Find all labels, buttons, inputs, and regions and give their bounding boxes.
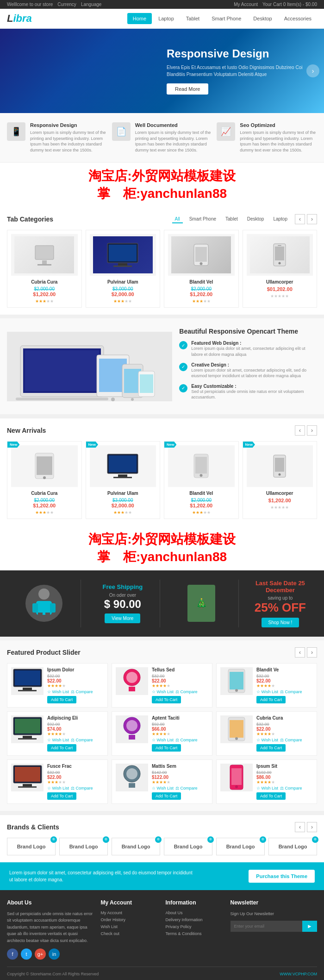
tab-next-arrow[interactable]: › bbox=[307, 214, 317, 224]
svg-rect-67 bbox=[23, 784, 32, 786]
footer-link-my-account[interactable]: My Account bbox=[101, 910, 159, 915]
nav-tablet[interactable]: Tablet bbox=[181, 13, 205, 24]
footer-link-privacy[interactable]: Privacy Policy bbox=[166, 924, 224, 929]
brand-3[interactable]: Brand Logo ® bbox=[112, 838, 160, 855]
wish-list-link-8[interactable]: ☆ Wish List bbox=[152, 786, 174, 790]
brand-6[interactable]: Brand Logo ® bbox=[268, 838, 317, 855]
language-link[interactable]: Language bbox=[81, 2, 102, 7]
brand-logo-1: Brand Logo bbox=[17, 844, 46, 849]
svg-rect-48 bbox=[18, 690, 37, 691]
nav-desktop[interactable]: Desktop bbox=[248, 13, 277, 24]
brands-arrows: ‹ › bbox=[295, 822, 317, 832]
svg-point-12 bbox=[279, 262, 281, 265]
footer-link-order-history[interactable]: Order History bbox=[101, 917, 159, 922]
compare-link-3[interactable]: ⚖ Compare bbox=[280, 689, 302, 694]
brand-2[interactable]: Brand Logo ® bbox=[59, 838, 108, 855]
compare-link-4[interactable]: ⚖ Compare bbox=[71, 738, 93, 742]
featured-img-4 bbox=[11, 715, 44, 743]
featured-next[interactable]: › bbox=[307, 647, 317, 658]
new-arrivals-next[interactable]: › bbox=[307, 425, 317, 436]
featured-prev[interactable]: ‹ bbox=[295, 647, 305, 658]
wish-list-link-4[interactable]: ☆ Wish List bbox=[47, 738, 69, 742]
filter-smartphone[interactable]: Smart Phone bbox=[187, 215, 219, 223]
filter-all[interactable]: All bbox=[172, 215, 183, 223]
add-to-cart-8[interactable]: Add To Cart bbox=[152, 792, 181, 800]
wish-list-link-2[interactable]: ☆ Wish List bbox=[152, 689, 174, 694]
filter-desktop[interactable]: Desktop bbox=[244, 215, 267, 223]
brands-title: Brands & Clients bbox=[7, 823, 59, 831]
new-badge-3: New bbox=[164, 442, 176, 448]
hero-read-more-button[interactable]: Read More bbox=[167, 83, 208, 95]
svg-rect-56 bbox=[15, 719, 40, 733]
add-to-cart-5[interactable]: Add To Cart bbox=[152, 744, 181, 752]
footer-link-about[interactable]: About Us bbox=[166, 910, 224, 915]
wish-list-link-9[interactable]: ☆ Wish List bbox=[256, 786, 278, 790]
twitter-icon[interactable]: t bbox=[21, 948, 32, 960]
wish-list-link-3[interactable]: ☆ Wish List bbox=[256, 689, 278, 694]
featured-info-7: Fusce Frac $32.00 $22.00 ★★★★★ ☆ Wish Li… bbox=[47, 764, 104, 800]
features-section: 📱 Responsive Design Lorem Ipsum is simpl… bbox=[0, 113, 324, 163]
filter-laptop[interactable]: Laptop bbox=[270, 215, 290, 223]
account-link[interactable]: My Account bbox=[234, 2, 258, 7]
logo[interactable]: Libra bbox=[7, 13, 32, 25]
add-to-cart-4[interactable]: Add To Cart bbox=[47, 744, 76, 752]
svg-rect-53 bbox=[230, 672, 243, 689]
facebook-icon[interactable]: f bbox=[7, 948, 18, 960]
featured-name-4: Adipiscing Eli bbox=[47, 715, 104, 721]
add-to-cart-6[interactable]: Add To Cart bbox=[256, 744, 286, 752]
add-to-cart-2[interactable]: Add To Cart bbox=[152, 696, 181, 703]
add-to-cart-3[interactable]: Add To Cart bbox=[256, 696, 286, 703]
footer-link-wish-list[interactable]: Wish List bbox=[101, 924, 159, 929]
brands-prev[interactable]: ‹ bbox=[295, 822, 305, 832]
tab-prev-arrow[interactable]: ‹ bbox=[295, 214, 305, 224]
free-shipping-subtitle: On oder over bbox=[109, 593, 136, 598]
currency-link[interactable]: Currency bbox=[57, 2, 76, 7]
nav-accessories[interactable]: Accessories bbox=[279, 13, 317, 24]
wish-list-link-5[interactable]: ☆ Wish List bbox=[152, 738, 174, 742]
cart-link[interactable]: Your Cart 0 Item(s) - $0.00 bbox=[262, 2, 317, 7]
new-product-price-1: $1,202.00 bbox=[11, 503, 78, 508]
wish-list-link-6[interactable]: ☆ Wish List bbox=[256, 738, 278, 742]
add-to-cart-9[interactable]: Add To Cart bbox=[256, 792, 286, 800]
filter-tablet[interactable]: Tablet bbox=[223, 215, 241, 223]
featured-card-7: Fusce Frac $32.00 $22.00 ★★★★★ ☆ Wish Li… bbox=[7, 759, 108, 804]
nav-laptop[interactable]: Laptop bbox=[153, 13, 180, 24]
compare-link-1[interactable]: ⚖ Compare bbox=[71, 689, 93, 694]
compare-link-7[interactable]: ⚖ Compare bbox=[71, 786, 93, 790]
brand-5[interactable]: Brand Logo ® bbox=[216, 838, 265, 855]
compare-link-9[interactable]: ⚖ Compare bbox=[280, 786, 302, 790]
brand-1[interactable]: Brand Logo ® bbox=[7, 838, 56, 855]
footer-link-delivery[interactable]: Delivery Information bbox=[166, 917, 224, 922]
newsletter-submit-button[interactable]: ► bbox=[302, 921, 317, 932]
newsletter-email-input[interactable] bbox=[231, 921, 303, 932]
google-plus-icon[interactable]: g+ bbox=[35, 948, 46, 960]
brand-badge-6: ® bbox=[312, 836, 318, 843]
compare-link-8[interactable]: ⚖ Compare bbox=[175, 786, 198, 790]
new-product-price-4: $1,202.00 bbox=[247, 498, 313, 503]
compare-link-5[interactable]: ⚖ Compare bbox=[175, 738, 198, 742]
wish-list-link-1[interactable]: ☆ Wish List bbox=[47, 689, 69, 694]
purchase-theme-button[interactable]: Purchase this Theme bbox=[249, 870, 315, 883]
wish-list-link-7[interactable]: ☆ Wish List bbox=[47, 786, 69, 790]
new-arrivals-prev[interactable]: ‹ bbox=[295, 425, 305, 436]
brand-4[interactable]: Brand Logo ® bbox=[164, 838, 212, 855]
footer-link-checkout[interactable]: Check out bbox=[101, 931, 159, 936]
theme-feature-3-content: Easy Customizable : Sed ut perspiciatis … bbox=[191, 384, 317, 400]
watermark-2: 淘宝店:外贸网站模板建设 掌 柜:yanchunlan88 bbox=[0, 526, 324, 570]
hero-next-arrow[interactable]: › bbox=[306, 64, 319, 77]
linkedin-icon[interactable]: in bbox=[49, 948, 60, 960]
compare-link-6[interactable]: ⚖ Compare bbox=[280, 738, 302, 742]
view-more-button[interactable]: View More bbox=[105, 613, 140, 623]
add-to-cart-1[interactable]: Add To Cart bbox=[47, 696, 76, 703]
product-img-placeholder-2 bbox=[93, 236, 153, 273]
brands-next[interactable]: › bbox=[307, 822, 317, 832]
footer-link-terms[interactable]: Terms & Conditions bbox=[166, 931, 224, 936]
nav-smartphone[interactable]: Smart Phone bbox=[206, 13, 247, 24]
shop-now-button[interactable]: Shop Now ! bbox=[262, 618, 299, 627]
compare-link-2[interactable]: ⚖ Compare bbox=[175, 689, 198, 694]
add-to-cart-7[interactable]: Add To Cart bbox=[47, 792, 76, 800]
svg-point-64 bbox=[235, 737, 238, 740]
new-product-stars-2: ★★★★★ bbox=[90, 510, 156, 515]
new-product-2: New Pulvinar Ulam $3,000.00 $2,000.00 ★★… bbox=[86, 441, 161, 519]
nav-home[interactable]: Home bbox=[127, 13, 152, 24]
